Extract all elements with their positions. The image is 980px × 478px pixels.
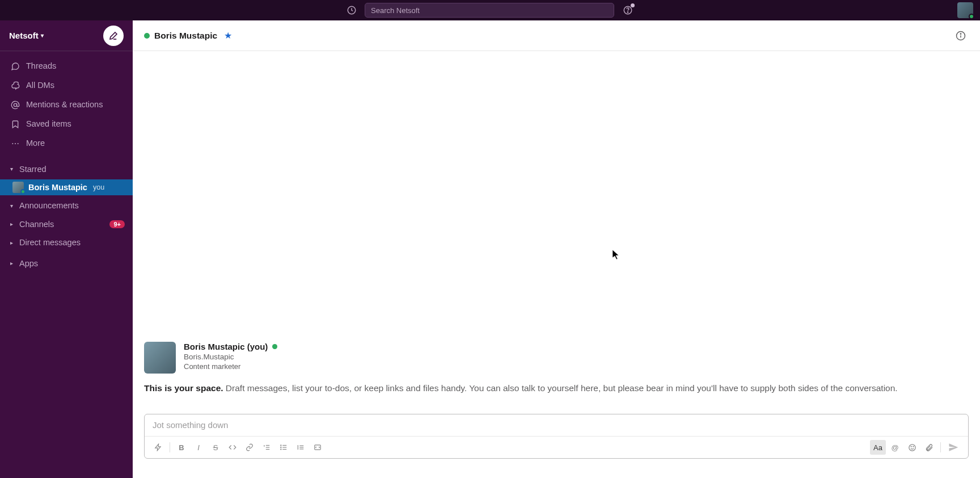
section-label: Starred <box>19 162 47 177</box>
search-input[interactable]: Search Netsoft <box>365 3 614 18</box>
caret-right-icon: ▸ <box>8 238 15 248</box>
svg-point-5 <box>15 143 16 144</box>
send-button[interactable] <box>944 440 962 455</box>
svg-point-17 <box>281 447 281 447</box>
help-icon[interactable] <box>622 5 633 16</box>
search-placeholder: Search Netsoft <box>371 6 420 15</box>
star-icon[interactable]: ★ <box>224 30 232 41</box>
nav-label: Saved items <box>26 118 71 131</box>
caret-right-icon: ▸ <box>8 221 15 227</box>
help-notification-dot <box>631 3 635 7</box>
workspace-switcher[interactable]: Netsoft ▾ <box>9 31 44 40</box>
chat-header: Boris Mustapic ★ <box>133 20 980 51</box>
svg-point-16 <box>281 445 281 446</box>
profile-avatar[interactable] <box>144 342 176 374</box>
dms-icon <box>10 81 20 90</box>
section-starred[interactable]: ▾ Starred <box>0 159 133 180</box>
presence-indicator <box>969 14 974 19</box>
section-label: Direct messages <box>19 236 81 250</box>
top-bar: Search Netsoft <box>0 0 980 20</box>
presence-indicator <box>144 33 150 39</box>
section-apps[interactable]: ▸ Apps <box>0 253 133 274</box>
threads-icon <box>10 62 20 71</box>
svg-point-18 <box>281 449 281 450</box>
blockquote-icon[interactable] <box>293 440 309 455</box>
profile-full-name: Boris Mustapic (you) <box>184 342 268 351</box>
svg-point-2 <box>627 12 628 12</box>
chat-title[interactable]: Boris Mustapic <box>154 31 217 41</box>
composer-placeholder: Jot something down <box>153 420 228 430</box>
workspace-name: Netsoft <box>9 31 39 40</box>
attach-icon[interactable] <box>921 440 937 455</box>
main-content: Boris Mustapic ★ Boris Mustapic (you) Bo… <box>133 20 980 478</box>
code-block-icon[interactable] <box>310 440 326 455</box>
history-icon[interactable] <box>347 5 357 15</box>
ordered-list-icon[interactable] <box>259 440 274 455</box>
dm-avatar <box>12 182 24 193</box>
profile-name-row: Boris Mustapic (you) <box>184 342 277 351</box>
space-rest: Draft messages, list your to-dos, or kee… <box>223 383 898 393</box>
compose-button[interactable] <box>103 26 124 46</box>
nav-label: Mentions & reactions <box>26 98 103 112</box>
svg-point-26 <box>913 446 913 447</box>
nav-label: More <box>26 137 45 150</box>
more-icon <box>10 139 20 148</box>
svg-point-24 <box>909 444 915 450</box>
sidebar-dm-self[interactable]: Boris Mustapic you <box>0 179 133 195</box>
nav-all-dms[interactable]: All DMs <box>0 76 133 95</box>
code-icon[interactable] <box>225 440 240 455</box>
message-composer: Jot something down B I S Aa @ <box>144 414 969 459</box>
section-label: Apps <box>19 257 38 271</box>
sidebar: Netsoft ▾ Threads All DMs Mentions & rea… <box>0 20 133 478</box>
user-avatar[interactable] <box>957 2 973 18</box>
nav-threads[interactable]: Threads <box>0 57 133 76</box>
nav-mentions[interactable]: Mentions & reactions <box>0 95 133 115</box>
presence-indicator <box>20 189 26 194</box>
mention-icon[interactable]: @ <box>887 440 903 455</box>
chat-body: Boris Mustapic (you) Boris.Mustapic Cont… <box>133 51 980 414</box>
composer-toolbar: B I S Aa @ <box>145 436 968 458</box>
section-channels[interactable]: ▸ Channels 9+ <box>0 216 133 232</box>
caret-down-icon: ▾ <box>8 164 15 174</box>
workspace-header: Netsoft ▾ <box>0 20 133 51</box>
link-icon[interactable] <box>242 440 257 455</box>
space-description: This is your space. Draft messages, list… <box>144 381 969 395</box>
lightning-icon[interactable] <box>150 440 166 455</box>
space-bold: This is your space. <box>144 383 223 393</box>
svg-point-6 <box>18 143 19 144</box>
section-label: Announcements <box>19 199 79 213</box>
bullet-list-icon[interactable] <box>276 440 292 455</box>
format-toggle[interactable]: Aa <box>870 440 886 455</box>
strikethrough-icon[interactable]: S <box>208 440 223 455</box>
caret-down-icon: ▾ <box>8 201 15 211</box>
nav-saved[interactable]: Saved items <box>0 115 133 134</box>
presence-indicator <box>272 344 277 349</box>
svg-point-3 <box>14 103 16 106</box>
italic-icon[interactable]: I <box>191 440 206 455</box>
section-announcements[interactable]: ▾ Announcements <box>0 195 133 216</box>
self-profile-block: Boris Mustapic (you) Boris.Mustapic Cont… <box>144 342 969 374</box>
profile-display-name: Boris.Mustapic <box>184 351 277 363</box>
emoji-icon[interactable] <box>904 440 920 455</box>
svg-point-25 <box>911 446 911 447</box>
section-label: Channels <box>19 220 54 229</box>
unread-badge: 9+ <box>109 220 125 228</box>
svg-point-4 <box>12 143 13 144</box>
composer-input[interactable]: Jot something down <box>145 414 968 436</box>
caret-right-icon: ▸ <box>8 258 15 268</box>
chevron-down-icon: ▾ <box>41 32 44 39</box>
nav-label: All DMs <box>26 79 54 93</box>
profile-role: Content marketer <box>184 362 277 371</box>
you-tag: you <box>93 183 104 191</box>
mentions-icon <box>10 100 20 110</box>
bookmark-icon <box>10 120 20 129</box>
bold-icon[interactable]: B <box>174 440 189 455</box>
svg-point-9 <box>960 33 961 34</box>
section-direct-messages[interactable]: ▸ Direct messages <box>0 232 133 253</box>
nav-more[interactable]: More <box>0 134 133 153</box>
dm-name: Boris Mustapic <box>28 183 87 192</box>
info-icon[interactable] <box>953 28 969 44</box>
nav-label: Threads <box>26 60 56 73</box>
